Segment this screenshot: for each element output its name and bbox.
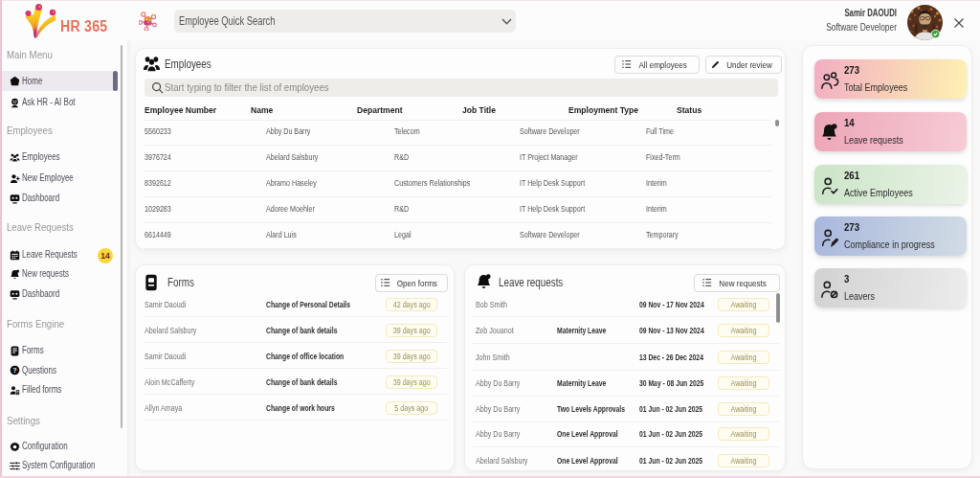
- svg-text:?: ?: [13, 367, 17, 374]
